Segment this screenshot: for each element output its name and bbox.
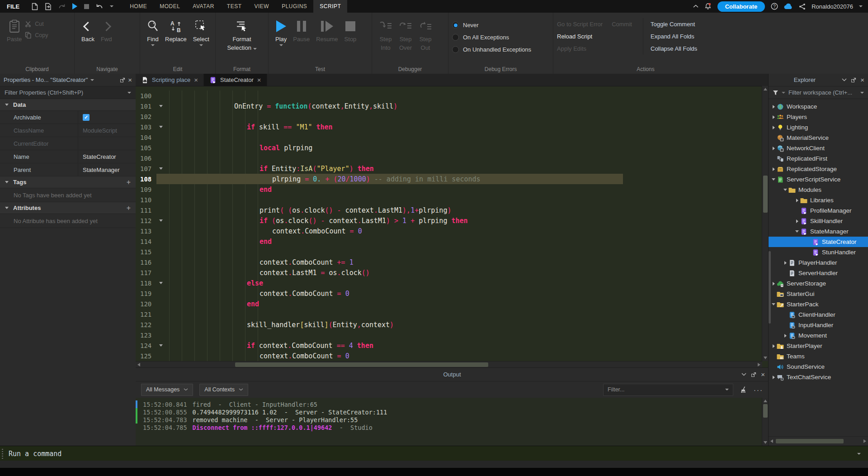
expand-all-folds-button[interactable]: Expand All Folds: [651, 30, 697, 43]
tree-item-MaterialService[interactable]: MaterialService: [769, 133, 868, 143]
tree-item-StarterPlayer[interactable]: StarterPlayer: [769, 341, 868, 351]
menu-tab-script[interactable]: SCRIPT: [313, 0, 347, 13]
explorer-scrollbar-thumb[interactable]: [769, 251, 771, 324]
command-bar-caret-icon[interactable]: [857, 453, 861, 455]
property-row-archivable[interactable]: Archivable✓: [0, 111, 136, 124]
new-file-icon[interactable]: [32, 3, 38, 10]
tree-item-ReplicatedStorage[interactable]: ReplicatedStorage: [769, 164, 868, 174]
step-out-button[interactable]: StepOut: [415, 15, 435, 52]
tab-statecreator[interactable]: StateCreator ×: [204, 74, 267, 86]
code-line-125[interactable]: 125context.ComboCount = 0: [136, 351, 762, 361]
tree-expand-icon[interactable]: [782, 261, 788, 265]
output-line[interactable]: 15:52:04.785Disconnect from ::ffff:127.0…: [136, 424, 762, 431]
code-line-110[interactable]: 110: [136, 195, 762, 205]
forward-button[interactable]: Fwd: [98, 15, 115, 43]
debug-errors-option-unhandled-exceptions[interactable]: On Unhandled Exceptions: [452, 43, 531, 56]
command-bar-input[interactable]: Run a command: [9, 450, 61, 458]
property-row-classname[interactable]: ClassNameModuleScript: [0, 124, 136, 137]
share-icon[interactable]: [799, 3, 806, 10]
output-contexts-dropdown[interactable]: All Contexts: [199, 384, 248, 396]
copy-button[interactable]: Copy: [25, 32, 48, 38]
step-over-button[interactable]: StepOver: [396, 15, 415, 52]
output-messages-dropdown[interactable]: All Messages: [141, 384, 193, 396]
replace-button[interactable]: AB Replace: [162, 15, 190, 43]
debug-errors-option-never[interactable]: Never: [452, 19, 531, 31]
resume-button[interactable]: Resume: [313, 15, 341, 43]
tree-item-StateCreator[interactable]: StateCreator: [769, 237, 868, 247]
tree-item-PlayerHandler[interactable]: PlayerHandler: [769, 257, 868, 268]
tree-expand-icon[interactable]: [770, 126, 777, 129]
property-value[interactable]: ModuleScript: [78, 124, 136, 137]
fold-arrow-icon[interactable]: [156, 167, 165, 170]
tree-item-ServerHandler[interactable]: ServerHandler: [769, 268, 868, 278]
output-filter-input[interactable]: Filter...: [603, 384, 733, 396]
clear-output-icon[interactable]: [740, 386, 747, 394]
tree-item-Workspace[interactable]: Workspace: [769, 101, 868, 112]
menu-tab-view[interactable]: VIEW: [248, 0, 275, 13]
properties-title-caret-icon[interactable]: [90, 79, 94, 81]
cut-button[interactable]: Cut: [25, 21, 48, 27]
help-icon[interactable]: ?: [771, 3, 778, 10]
tree-item-NetworkClient[interactable]: NetworkClient: [769, 143, 868, 153]
output-line[interactable]: 15:52:00.841fired - Client - InputHandle…: [136, 400, 762, 408]
command-bar[interactable]: Run a command: [0, 446, 868, 461]
file-menu-button[interactable]: FILE: [0, 0, 26, 13]
close-tab-icon[interactable]: ×: [194, 76, 198, 83]
tree-expand-icon[interactable]: [770, 167, 777, 171]
debug-errors-option-all-exceptions[interactable]: On All Exceptions: [452, 31, 531, 43]
step-into-button[interactable]: StepInto: [376, 15, 396, 52]
tree-collapse-icon[interactable]: [794, 230, 800, 233]
scrollbar-thumb[interactable]: [763, 404, 768, 418]
output-vertical-scrollbar[interactable]: [762, 398, 769, 446]
tree-item-ClientHandler[interactable]: ClientHandler: [769, 309, 868, 320]
tree-item-ServerStorage[interactable]: ServerStorage: [769, 278, 868, 289]
tree-expand-icon[interactable]: [794, 219, 800, 223]
properties-section-data[interactable]: Data: [0, 99, 136, 111]
command-bar-drag-handle-icon[interactable]: [2, 449, 3, 459]
menu-tab-avatar[interactable]: AVATAR: [186, 0, 220, 13]
code-line-107[interactable]: 107if Entity:IsA("Player") then: [136, 163, 762, 174]
add-attribute-button[interactable]: +: [127, 204, 131, 212]
tree-item-Teams[interactable]: Teams: [769, 351, 868, 362]
code-line-101[interactable]: 101OnEntry = function(context,Entity,ski…: [136, 101, 762, 111]
commit-button[interactable]: Commit: [612, 18, 632, 30]
explorer-popout-icon[interactable]: [851, 77, 856, 83]
tree-item-SoundService[interactable]: SoundService: [769, 362, 868, 372]
code-line-119[interactable]: 119context.ComboCount = 0: [136, 288, 762, 299]
reload-script-button[interactable]: Reload Script: [557, 30, 643, 43]
fold-arrow-icon[interactable]: [156, 344, 165, 347]
scrollbar-thumb[interactable]: [763, 176, 768, 213]
explorer-filter-input[interactable]: Filter workspace (Ctrl+...: [769, 86, 868, 99]
open-file-icon[interactable]: [45, 3, 52, 10]
find-button[interactable]: Find: [144, 15, 162, 46]
fold-arrow-icon[interactable]: [156, 219, 165, 222]
redo-icon[interactable]: [58, 3, 66, 10]
scrollbar-thumb[interactable]: [235, 362, 488, 367]
fold-arrow-icon[interactable]: [156, 105, 165, 107]
tree-item-Players[interactable]: Players: [769, 112, 868, 122]
tree-item-StarterGui[interactable]: StarterGui: [769, 289, 868, 299]
tree-item-StarterPack[interactable]: StarterPack: [769, 299, 868, 309]
tab-scripting-place[interactable]: Scripting place ×: [136, 74, 204, 86]
code-line-113[interactable]: 113context.ComboCount = 0: [136, 226, 762, 236]
apply-edits-button[interactable]: Apply Edits: [557, 43, 643, 55]
code-editor[interactable]: 100101OnEntry = function(context,Entity,…: [136, 86, 762, 361]
code-line-123[interactable]: 123: [136, 330, 762, 340]
archivable-checkbox[interactable]: ✓: [83, 114, 90, 121]
property-row-currenteditor[interactable]: CurrentEditor: [0, 137, 136, 150]
tree-collapse-icon[interactable]: [770, 303, 777, 305]
properties-popout-icon[interactable]: [120, 77, 125, 83]
code-line-109[interactable]: 109end: [136, 184, 762, 195]
tree-collapse-icon[interactable]: [770, 178, 777, 181]
property-value[interactable]: StateManager: [78, 163, 136, 176]
property-value[interactable]: StateCreator: [78, 150, 136, 163]
tree-expand-icon[interactable]: [770, 115, 777, 119]
user-menu-caret-icon[interactable]: [859, 5, 863, 7]
tree-expand-icon[interactable]: [770, 344, 777, 348]
code-line-108[interactable]: 108plrping = 0. + (20/1000) -- adding in…: [136, 174, 762, 184]
tree-item-InputHandler[interactable]: InputHandler: [769, 320, 868, 330]
fold-arrow-icon[interactable]: [156, 126, 165, 128]
tree-item-StunHandler[interactable]: StunHandler: [769, 247, 868, 257]
output-line[interactable]: 15:52:04.783removed machine - Server - P…: [136, 416, 762, 424]
tree-expand-icon[interactable]: [770, 147, 777, 150]
